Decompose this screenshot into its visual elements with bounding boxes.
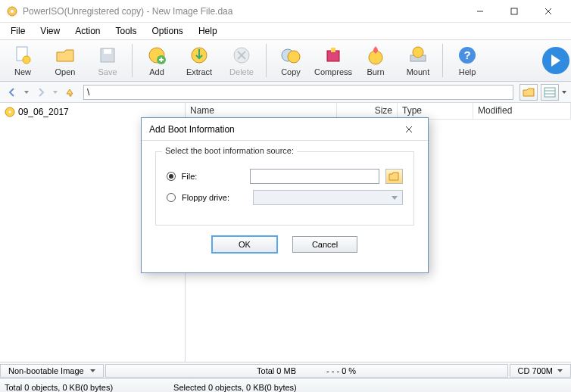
bootable-status[interactable]: Non-bootable Image — [0, 364, 104, 378]
floppy-radio-label: Floppy drive: — [182, 193, 247, 202]
file-radio-label: File: — [182, 172, 244, 181]
group-legend: Select the boot information source: — [162, 146, 297, 155]
toolbar-label: Mount — [407, 67, 430, 76]
floppy-radio[interactable] — [167, 193, 176, 202]
chevron-down-icon — [90, 369, 95, 372]
add-button[interactable]: Add — [136, 41, 178, 80]
toolbar-label: Compress — [314, 67, 352, 76]
open-icon — [55, 45, 76, 66]
save-button[interactable]: Save — [86, 41, 129, 80]
browse-button[interactable] — [385, 169, 403, 184]
dialog-title: Add Boot Information — [149, 124, 398, 135]
selected-objects-text: Selected 0 objects, 0 KB(0 bytes) — [173, 383, 297, 392]
dialog-close-button[interactable] — [398, 120, 420, 138]
extract-icon — [189, 45, 210, 66]
open-button[interactable]: Open — [44, 41, 86, 80]
ok-button[interactable]: OK — [212, 236, 277, 253]
cancel-button[interactable]: Cancel — [292, 236, 357, 253]
svg-rect-19 — [331, 48, 335, 52]
svg-point-22 — [413, 47, 423, 58]
window-titlebar: PowerISO(Unregistered copy) - New Image … — [0, 0, 571, 23]
svg-text:?: ? — [463, 48, 470, 61]
menu-options[interactable]: Options — [145, 24, 191, 38]
menu-file[interactable]: File — [3, 24, 33, 38]
minimize-button[interactable] — [463, 1, 497, 22]
delete-button[interactable]: Delete — [220, 41, 263, 80]
menubar: File View Action Tools Options Help — [0, 23, 571, 39]
percent-text: - - - 0 % — [326, 366, 356, 375]
delete-icon — [231, 45, 252, 66]
copy-icon — [280, 45, 301, 66]
path-input[interactable]: \ — [83, 85, 513, 100]
help-button[interactable]: ? Help — [446, 41, 488, 80]
svg-rect-9 — [104, 49, 111, 54]
view-dropdown[interactable] — [560, 91, 568, 94]
mount-button[interactable]: Mount — [397, 41, 439, 80]
status-bar-2: Total 0 objects, 0 KB(0 bytes) Selected … — [0, 378, 571, 392]
add-boot-dialog: Add Boot Information Select the boot inf… — [141, 117, 429, 273]
toolbar-label: Extract — [186, 67, 212, 76]
svg-rect-18 — [327, 51, 339, 61]
file-radio[interactable] — [167, 172, 176, 181]
compress-button[interactable]: Compress — [312, 41, 354, 80]
window-title: PowerISO(Unregistered copy) - New Image … — [23, 6, 463, 17]
toolbar-label: Delete — [229, 67, 254, 76]
tree-item-label: 09_06_2017 — [18, 107, 69, 117]
close-button[interactable] — [531, 1, 565, 22]
svg-point-30 — [9, 111, 11, 114]
menu-help[interactable]: Help — [191, 24, 225, 38]
next-arrow-icon[interactable] — [541, 45, 571, 76]
nav-forward-dropdown[interactable] — [51, 91, 59, 94]
svg-point-7 — [23, 56, 30, 64]
disc-text: CD 700M — [518, 366, 553, 375]
column-type[interactable]: Type — [398, 103, 473, 119]
add-icon — [146, 45, 167, 66]
nav-forward-button[interactable] — [32, 84, 50, 101]
copy-button[interactable]: Copy — [270, 41, 312, 80]
list-view-button[interactable] — [541, 84, 559, 101]
svg-point-1 — [11, 10, 14, 13]
navbar: \ — [0, 82, 571, 103]
extract-button[interactable]: Extract — [178, 41, 220, 80]
menu-view[interactable]: View — [33, 24, 67, 38]
tree-root-item[interactable]: 09_06_2017 — [3, 106, 182, 118]
save-icon — [97, 45, 118, 66]
floppy-drive-combo[interactable] — [253, 190, 403, 205]
status-text: Non-bootable Image — [8, 366, 84, 375]
toolbar-separator — [132, 44, 133, 77]
disc-size-selector[interactable]: CD 700M — [510, 364, 571, 378]
dialog-titlebar: Add Boot Information — [142, 118, 428, 141]
menu-action[interactable]: Action — [67, 24, 108, 38]
burn-icon — [365, 45, 386, 66]
toolbar-label: Save — [98, 67, 117, 76]
column-modified[interactable]: Modified — [473, 103, 571, 119]
chevron-down-icon — [392, 196, 398, 200]
boot-source-group: Select the boot information source: File… — [155, 151, 414, 226]
disc-icon — [5, 107, 15, 117]
chevron-down-icon — [557, 369, 563, 372]
toolbar-label: Burn — [367, 67, 384, 76]
help-icon: ? — [457, 45, 478, 66]
folder-view-button[interactable] — [520, 84, 538, 101]
svg-rect-3 — [511, 8, 517, 14]
toolbar-label: Help — [459, 67, 476, 76]
nav-back-dropdown[interactable] — [23, 91, 30, 94]
column-name[interactable]: Name — [186, 103, 337, 119]
toolbar-label: Add — [149, 67, 164, 76]
toolbar-separator — [266, 44, 267, 77]
toolbar-label: Open — [55, 67, 76, 76]
new-button[interactable]: New — [2, 41, 44, 80]
toolbar-label: New — [14, 67, 31, 76]
burn-button[interactable]: Burn — [354, 41, 397, 80]
maximize-button[interactable] — [497, 1, 531, 22]
nav-back-button[interactable] — [3, 84, 21, 101]
toolbar-separator — [442, 44, 443, 77]
compress-icon — [323, 45, 344, 66]
toolbar: New Open Save Add Extract Delete Copy Co… — [0, 39, 571, 82]
mount-icon — [407, 45, 429, 66]
column-size[interactable]: Size — [337, 103, 398, 119]
total-objects-text: Total 0 objects, 0 KB(0 bytes) — [5, 383, 113, 392]
menu-tools[interactable]: Tools — [108, 24, 145, 38]
file-path-input[interactable] — [250, 169, 379, 184]
nav-up-button[interactable] — [61, 84, 79, 101]
